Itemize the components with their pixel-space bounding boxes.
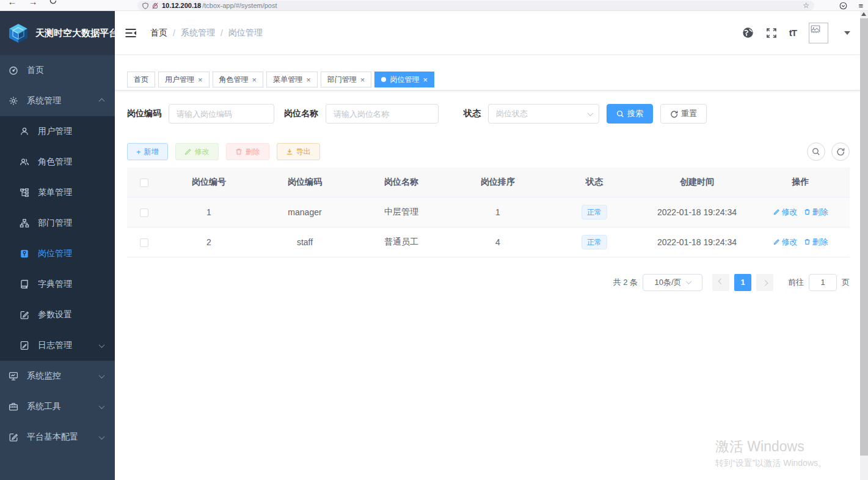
sidebar-item-roles[interactable]: 角色管理 <box>0 147 115 177</box>
tab-user-mgmt[interactable]: 用户管理× <box>158 72 210 87</box>
sidebar-item-platform-config[interactable]: 平台基本配置 <box>0 422 115 452</box>
refresh-icon <box>836 147 845 156</box>
tab-close-icon[interactable]: × <box>423 75 428 84</box>
refresh-icon <box>670 110 678 118</box>
toolbox-icon <box>9 402 18 412</box>
tab-close-icon[interactable]: × <box>252 75 257 84</box>
status-label: 状态 <box>464 108 481 119</box>
post-table: 岗位编号 岗位编码 岗位名称 岗位排序 状态 创建时间 操作 1 manager <box>127 168 850 257</box>
browser-forward-icon[interactable]: → <box>28 0 38 7</box>
header-bar: 首页 / 系统管理 / 岗位管理 tT <box>115 11 860 55</box>
bookmark-star-icon[interactable]: ☆ <box>803 1 809 10</box>
sidebar-item-system-monitor[interactable]: 系统监控 <box>0 361 115 391</box>
page-scrollbar[interactable] <box>860 11 868 480</box>
sidebar-item-system-tools[interactable]: 系统工具 <box>0 391 115 422</box>
tab-menu-mgmt[interactable]: 菜单管理× <box>266 72 318 87</box>
sidebar-item-users[interactable]: 用户管理 <box>0 116 115 147</box>
browser-toolbar: ← → 10.12.200.18/tcbox-app/#/system/post… <box>0 0 868 11</box>
breadcrumb-system: 系统管理 <box>181 28 215 39</box>
sidebar-item-system-mgmt[interactable]: 系统管理 <box>0 86 115 116</box>
font-size-icon[interactable]: tT <box>789 28 797 38</box>
post-code-label: 岗位编码 <box>127 108 161 119</box>
row-checkbox[interactable] <box>140 209 148 217</box>
sidebar-fold-icon[interactable] <box>125 28 137 39</box>
sidebar-item-logs[interactable]: 日志管理 <box>0 330 115 361</box>
col-post-id: 岗位编号 <box>161 168 257 197</box>
shield-icon[interactable] <box>142 2 148 9</box>
chevron-right-icon <box>762 280 768 286</box>
col-post-name: 岗位名称 <box>353 168 450 197</box>
language-globe-icon[interactable] <box>742 27 754 39</box>
post-name-input[interactable] <box>326 104 439 124</box>
fullscreen-icon[interactable] <box>766 28 777 39</box>
sidebar-item-partial[interactable] <box>0 470 115 480</box>
edit-button[interactable]: 修改 <box>175 143 219 160</box>
tab-post-mgmt[interactable]: 岗位管理× <box>374 72 434 87</box>
logo-cube-icon <box>7 22 29 44</box>
toggle-search-button[interactable] <box>807 142 825 161</box>
avatar-caret-icon[interactable] <box>844 31 850 35</box>
goto-page-input[interactable] <box>809 274 837 291</box>
search-icon <box>616 110 624 118</box>
add-button[interactable]: + 新增 <box>127 143 168 160</box>
sidebar-item-depts[interactable]: 部门管理 <box>0 208 115 238</box>
select-all-checkbox[interactable] <box>140 179 148 187</box>
pocket-icon[interactable] <box>839 2 847 10</box>
table-header-row: 岗位编号 岗位编码 岗位名称 岗位排序 状态 创建时间 操作 <box>127 168 850 197</box>
monitor-icon <box>9 371 18 381</box>
status-select[interactable]: 岗位状态 <box>488 104 599 124</box>
browser-address-bar[interactable]: 10.12.200.18/tcbox-app/#/system/post ☆ <box>137 1 814 10</box>
col-post-code: 岗位编码 <box>257 168 353 197</box>
browser-reload-icon[interactable] <box>49 0 59 7</box>
sidebar-item-home[interactable]: 首页 <box>0 55 115 86</box>
prev-page-button[interactable] <box>712 274 729 291</box>
chevron-up-icon <box>99 98 105 104</box>
sidebar-item-menus[interactable]: 菜单管理 <box>0 177 115 208</box>
chevron-down-icon <box>99 403 105 409</box>
tab-home[interactable]: 首页 <box>127 72 155 87</box>
app-logo: 天测时空大数据平台 <box>0 11 115 55</box>
insecure-lock-icon[interactable] <box>152 2 158 9</box>
sidebar-item-posts[interactable]: 岗位管理 <box>0 238 115 269</box>
url-host: 10.12.200.18 <box>162 2 201 9</box>
active-tab-dot <box>381 77 386 82</box>
page-unit-label: 页 <box>842 277 850 288</box>
row-delete-link[interactable]: 删除 <box>804 237 828 248</box>
row-delete-link[interactable]: 删除 <box>804 207 828 218</box>
row-edit-link[interactable]: 修改 <box>773 237 798 248</box>
tab-close-icon[interactable]: × <box>360 75 365 84</box>
tab-role-mgmt[interactable]: 角色管理× <box>213 72 264 87</box>
scrollbar-up-arrow-icon[interactable] <box>861 12 866 16</box>
delete-button[interactable]: 删除 <box>226 143 269 160</box>
tags-view-bar: 首页 用户管理× 角色管理× 菜单管理× 部门管理× 岗位管理× <box>115 55 860 90</box>
search-button[interactable]: 搜索 <box>607 104 653 124</box>
page-size-select[interactable]: 10条/页 <box>643 274 702 291</box>
sidebar-item-params[interactable]: 参数设置 <box>0 300 115 330</box>
reset-button[interactable]: 重置 <box>660 104 707 124</box>
next-page-button[interactable] <box>756 274 773 291</box>
table-row: 2 staff 普通员工 4 正常 2022-01-18 19:24:34 修改… <box>127 227 850 257</box>
log-icon <box>20 341 29 350</box>
export-button[interactable]: 导出 <box>277 143 320 160</box>
sidebar: 天测时空大数据平台 首页 系统管理 用户管理 <box>0 11 115 480</box>
pencil-icon <box>773 209 780 215</box>
chevron-down-icon <box>99 342 105 348</box>
row-edit-link[interactable]: 修改 <box>773 207 798 218</box>
page-number-1[interactable]: 1 <box>734 274 751 291</box>
avatar[interactable] <box>809 23 828 43</box>
browser-menu-icon[interactable]: ≡ <box>858 1 863 10</box>
browser-back-icon[interactable]: ← <box>7 0 17 7</box>
row-checkbox[interactable] <box>140 238 148 247</box>
breadcrumb-home[interactable]: 首页 <box>150 28 167 39</box>
trash-icon <box>235 148 243 155</box>
chevron-down-icon <box>99 434 105 440</box>
tab-close-icon[interactable]: × <box>306 75 311 84</box>
scrollbar-thumb[interactable] <box>860 18 868 456</box>
sidebar-item-dicts[interactable]: 字典管理 <box>0 269 115 300</box>
trash-icon <box>804 238 811 245</box>
post-code-input[interactable] <box>169 104 274 124</box>
tab-dept-mgmt[interactable]: 部门管理× <box>321 72 372 87</box>
tab-close-icon[interactable]: × <box>198 75 203 84</box>
download-icon <box>286 148 293 155</box>
refresh-table-button[interactable] <box>831 142 850 161</box>
